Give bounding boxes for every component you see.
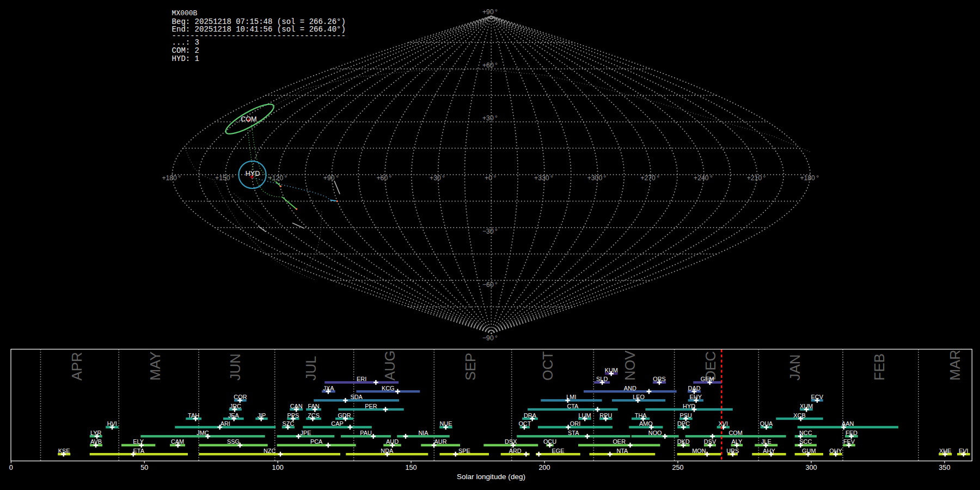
svg-text:ARD: ARD [509, 448, 522, 454]
svg-text:LMI: LMI [566, 394, 576, 400]
svg-text:CTA: CTA [567, 403, 579, 409]
svg-text:JMC: JMC [197, 430, 209, 436]
svg-text:AHY: AHY [763, 448, 775, 454]
svg-text:NCC: NCC [799, 430, 812, 436]
svg-text:MON: MON [692, 448, 706, 454]
svg-text:HYD: HYD [683, 403, 695, 409]
svg-text:KCG: KCG [382, 385, 395, 391]
svg-text:THA: THA [635, 412, 647, 419]
svg-text:PAU: PAU [360, 430, 372, 436]
svg-text:+30 °: +30 ° [430, 174, 445, 182]
svg-text:JPE: JPE [301, 430, 311, 436]
svg-text:LYR: LYR [90, 430, 102, 436]
svg-text:NTA: NTA [616, 448, 628, 454]
svg-text:SCC: SCC [799, 438, 812, 445]
svg-text:EGE: EGE [552, 448, 565, 454]
svg-text:AUR: AUR [434, 438, 447, 445]
svg-text:RPU: RPU [599, 412, 612, 419]
svg-text:+90 °: +90 ° [323, 174, 339, 182]
svg-text:MX000B: MX000B [172, 9, 198, 17]
svg-text:AND: AND [624, 385, 636, 391]
svg-text:ECV: ECV [811, 394, 824, 400]
svg-text:ORI: ORI [570, 420, 580, 427]
svg-text:PPS: PPS [287, 412, 299, 419]
svg-text:ELY: ELY [133, 438, 144, 445]
svg-text:SLD: SLD [596, 376, 608, 382]
svg-text:EHY: EHY [690, 394, 702, 400]
svg-text:OER: OER [612, 438, 626, 445]
svg-text:PSU: PSU [680, 412, 693, 419]
svg-text:+180 °: +180 ° [800, 174, 819, 182]
svg-text:FAN: FAN [308, 403, 320, 409]
svg-text:100: 100 [272, 464, 284, 471]
svg-text:STA: STA [568, 430, 579, 436]
svg-text:ARI: ARI [220, 420, 230, 427]
svg-text:JLE: JLE [761, 438, 771, 445]
svg-text:AMO: AMO [639, 420, 653, 427]
svg-text:+30 °: +30 ° [482, 114, 498, 122]
svg-text:AUD: AUD [386, 438, 399, 445]
svg-text:+120 °: +120 ° [268, 174, 287, 182]
svg-text:+330 °: +330 ° [534, 174, 553, 182]
svg-text:XHE: XHE [939, 448, 951, 454]
svg-text:SSG: SSG [227, 438, 240, 445]
svg-text:0: 0 [9, 464, 13, 471]
svg-text:DAD: DAD [688, 385, 701, 391]
svg-text:PCA: PCA [310, 438, 323, 445]
svg-text:NDA: NDA [381, 448, 394, 454]
svg-text:−30 °: −30 ° [482, 228, 498, 235]
svg-text:...: 3: ...: 3 [172, 38, 199, 47]
svg-text:PER: PER [365, 403, 377, 409]
svg-text:+210 °: +210 ° [747, 174, 766, 182]
svg-text:COR: COR [234, 394, 247, 400]
svg-text:JXA: JXA [323, 385, 335, 391]
svg-text:FEV: FEV [843, 438, 855, 445]
svg-text:GDR: GDR [338, 412, 351, 419]
svg-text:ORS: ORS [653, 376, 666, 382]
svg-text:−90 °: −90 ° [482, 334, 498, 342]
svg-text:OHY: OHY [829, 448, 842, 454]
svg-text:ERI: ERI [357, 376, 366, 382]
svg-text:XVI: XVI [719, 420, 728, 427]
svg-text:SZC: SZC [283, 420, 295, 427]
svg-text:LEO: LEO [633, 394, 645, 400]
svg-text:Solar longitude (deg): Solar longitude (deg) [457, 473, 525, 481]
svg-text:LUM: LUM [579, 412, 591, 419]
svg-text:URS: URS [726, 448, 739, 454]
svg-text:DKD: DKD [677, 438, 690, 445]
svg-text:GUM: GUM [802, 448, 816, 454]
svg-text:FEB: FEB [872, 353, 887, 381]
svg-text:200: 200 [539, 464, 550, 471]
svg-text:SDA: SDA [350, 394, 363, 400]
svg-text:DPC: DPC [677, 420, 690, 427]
svg-text:AUG: AUG [383, 351, 398, 381]
svg-text:OCT: OCT [518, 420, 531, 427]
svg-text:TAH: TAH [188, 412, 199, 419]
svg-text:HYD: HYD [246, 170, 260, 177]
svg-text:300: 300 [805, 464, 817, 471]
svg-text:CAN: CAN [290, 403, 303, 409]
svg-text:+270 °: +270 ° [640, 174, 659, 182]
svg-text:XUM: XUM [800, 403, 813, 409]
svg-text:QUA: QUA [760, 420, 773, 427]
svg-text:+90 °: +90 ° [482, 8, 498, 16]
svg-text:MAR: MAR [947, 350, 963, 381]
svg-text:NOV: NOV [622, 351, 638, 381]
svg-text:JAN: JAN [787, 354, 803, 381]
svg-text:JUL: JUL [304, 356, 319, 381]
svg-text:SEP: SEP [463, 353, 478, 381]
svg-text:EVI: EVI [959, 448, 969, 454]
svg-text:+60 °: +60 ° [482, 62, 498, 69]
svg-text:+150 °: +150 ° [215, 174, 234, 182]
svg-text:OCT: OCT [541, 351, 556, 381]
svg-text:APR: APR [69, 352, 84, 380]
svg-text:NZC: NZC [264, 448, 276, 454]
svg-text:350: 350 [939, 464, 950, 471]
svg-text:COM: COM [241, 115, 256, 123]
svg-text:JEA: JEA [228, 412, 240, 419]
svg-text:50: 50 [140, 464, 148, 471]
svg-text:+240 °: +240 ° [694, 174, 713, 182]
svg-text:SPE: SPE [458, 448, 470, 454]
svg-text:+60 °: +60 ° [377, 174, 392, 182]
svg-text:OCU: OCU [543, 438, 556, 445]
